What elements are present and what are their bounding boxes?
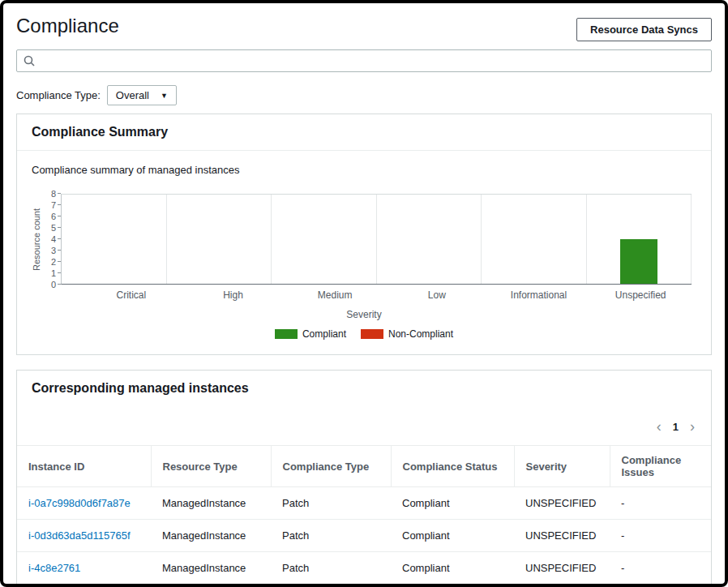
plot-column (272, 195, 377, 284)
y-tick-label: 8 (51, 190, 56, 199)
chart-bar (620, 239, 657, 284)
pagination-current-page[interactable]: 1 (673, 421, 679, 433)
legend-swatch (275, 329, 298, 339)
compliance-type-dropdown[interactable]: Overall ▼ (107, 85, 177, 105)
legend-label: Compliant (302, 328, 346, 340)
table-cell: UNSPECIFIED (514, 520, 610, 552)
legend-item: Non-Compliant (361, 328, 453, 340)
table-cell: ManagedInstance (151, 520, 271, 552)
table-cell: ManagedInstance (151, 585, 271, 587)
table-column-header: Compliance Issues (610, 446, 711, 487)
table-column-header: Resource Type (151, 446, 271, 487)
table-cell: Patch (271, 520, 391, 552)
table-row: i-58797fb2ManagedInstancePatchCompliantU… (17, 585, 711, 587)
x-tick-label: Unspecified (589, 289, 692, 301)
legend-swatch (361, 329, 383, 339)
bar-chart: Resource count 012345678 (32, 194, 692, 285)
table-cell: Patch (271, 585, 391, 587)
table-column-header: Instance ID (17, 446, 151, 487)
legend-item: Compliant (275, 328, 346, 340)
y-tick-label: 5 (51, 224, 56, 233)
plot-area (61, 194, 692, 285)
chevron-down-icon: ▼ (161, 92, 168, 100)
y-tick-label: 2 (51, 258, 56, 267)
table-row: i-4c8e2761ManagedInstancePatchCompliantU… (17, 552, 711, 585)
table-cell: - (610, 520, 711, 552)
compliance-type-selected: Overall (116, 89, 149, 101)
table-column-header: Compliance Status (391, 446, 514, 487)
chevron-right-icon[interactable]: › (690, 419, 695, 434)
table-column-header: Compliance Type (271, 446, 391, 487)
y-tick-label: 6 (51, 212, 56, 221)
table-cell: - (610, 552, 711, 585)
table-cell: ManagedInstance (151, 487, 271, 520)
y-axis: 012345678 (43, 194, 61, 285)
table-cell: Compliant (391, 552, 514, 585)
plot-column (587, 195, 692, 284)
chart-legend: CompliantNon-Compliant (32, 328, 696, 340)
table-cell: Compliant (391, 585, 514, 587)
x-tick-label: Medium (284, 289, 386, 301)
instances-table: Instance IDResource TypeCompliance TypeC… (17, 445, 711, 587)
plot-column (62, 195, 167, 284)
managed-instances-header: Corresponding managed instances (17, 371, 711, 406)
table-cell: ManagedInstance (151, 552, 271, 585)
plot-columns (62, 195, 692, 284)
search-icon (23, 54, 36, 67)
table-cell: Patch (271, 552, 391, 585)
pagination: ‹ 1 › (17, 406, 711, 445)
page-header: Compliance Resource Data Syncs (15, 11, 713, 48)
managed-instances-card: Corresponding managed instances ‹ 1 › In… (16, 370, 712, 587)
instances-table-head: Instance IDResource TypeCompliance TypeC… (17, 446, 711, 487)
table-cell: Compliant (391, 487, 514, 520)
search-bar (16, 49, 712, 72)
legend-label: Non-Compliant (388, 328, 453, 340)
table-cell: UNSPECIFIED (514, 487, 610, 520)
plot-column (482, 195, 587, 284)
table-cell: i-0a7c998d0d6f7a87e (17, 487, 151, 520)
compliance-type-label: Compliance Type: (16, 89, 101, 101)
x-tick-label: High (182, 289, 285, 301)
resource-data-syncs-button[interactable]: Resource Data Syncs (576, 18, 712, 41)
x-axis-title: Severity (32, 309, 696, 320)
x-tick-label: Low (386, 289, 488, 301)
y-tick-label: 7 (51, 201, 56, 210)
table-cell: UNSPECIFIED (514, 585, 610, 587)
table-cell: Compliant (391, 520, 514, 552)
compliance-summary-body: Compliance summary of managed instances … (17, 151, 711, 354)
x-tick-label: Informational (488, 289, 590, 301)
x-axis-labels: CriticalHighMediumLowInformationalUnspec… (80, 289, 692, 301)
plot-column (377, 195, 482, 284)
table-cell: i-0d3d63da5d115765f (17, 520, 151, 552)
page-title: Compliance (16, 15, 119, 37)
table-cell: Patch (271, 487, 391, 520)
table-cell: i-4c8e2761 (17, 552, 151, 585)
table-row: i-0a7c998d0d6f7a87eManagedInstancePatchC… (17, 487, 711, 520)
plot-column (167, 195, 272, 284)
search-input[interactable] (16, 49, 712, 72)
compliance-type-filter: Compliance Type: Overall ▼ (16, 85, 712, 105)
managed-instances-title: Corresponding managed instances (32, 381, 249, 395)
instance-id-link[interactable]: i-0d3d63da5d115765f (28, 529, 131, 542)
instance-id-link[interactable]: i-0a7c998d0d6f7a87e (28, 497, 131, 509)
instance-id-link[interactable]: i-4c8e2761 (28, 562, 80, 574)
compliance-summary-card: Compliance Summary Compliance summary of… (16, 114, 712, 355)
instances-table-body: i-0a7c998d0d6f7a87eManagedInstancePatchC… (17, 487, 711, 587)
table-cell: i-58797fb2 (17, 585, 151, 587)
page-frame: Compliance Resource Data Syncs Complianc… (0, 0, 728, 587)
y-tick-label: 3 (51, 246, 56, 255)
x-tick-label: Critical (80, 289, 182, 301)
y-axis-title: Resource count (32, 194, 41, 285)
table-cell: UNSPECIFIED (514, 552, 610, 585)
compliance-summary-title: Compliance Summary (32, 125, 168, 139)
chart-subtitle: Compliance summary of managed instances (32, 164, 696, 176)
table-column-header: Severity (514, 446, 610, 487)
y-tick-label: 0 (51, 281, 56, 289)
table-row: i-0d3d63da5d115765fManagedInstancePatchC… (17, 520, 711, 552)
y-tick-label: 1 (51, 269, 56, 278)
chevron-left-icon[interactable]: ‹ (657, 419, 662, 434)
instances-table-header-row: Instance IDResource TypeCompliance TypeC… (17, 446, 711, 487)
table-cell: - (610, 585, 711, 587)
table-cell: - (610, 487, 711, 520)
y-tick-label: 4 (51, 235, 56, 244)
